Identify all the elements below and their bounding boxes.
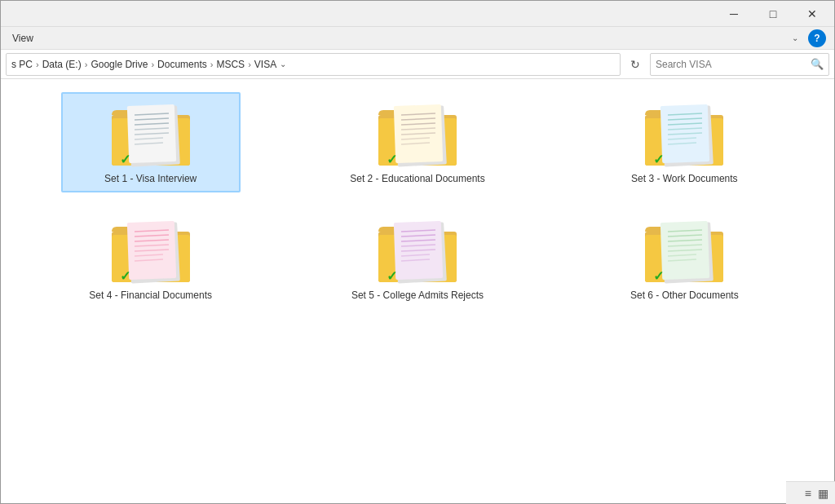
- search-input[interactable]: [656, 59, 807, 70]
- file-grid: ✓ Set 1 - Visa Interview: [1, 79, 834, 504]
- folder-icon: ✓: [110, 100, 192, 170]
- folder-item[interactable]: ✓ Set 4 - Financial Documents: [61, 209, 241, 309]
- breadcrumb-visa: VISA: [254, 59, 276, 70]
- folder-item[interactable]: ✓ Set 1 - Visa Interview: [61, 92, 241, 192]
- breadcrumb-chevron-icon[interactable]: ⌄: [280, 60, 286, 69]
- folder-label: Set 1 - Visa Interview: [104, 173, 197, 184]
- svg-text:✓: ✓: [387, 153, 397, 166]
- minimize-button[interactable]: ─: [715, 1, 753, 27]
- folder-item[interactable]: ✓ Set 3 - Work Documents: [594, 92, 774, 192]
- title-bar: ─ □ ✕: [1, 1, 834, 27]
- status-bar: ≡ ▦: [786, 481, 835, 504]
- folder-item[interactable]: ✓ Set 2 - Educational Documents: [328, 92, 507, 192]
- close-button[interactable]: ✕: [793, 1, 831, 27]
- svg-text:✓: ✓: [653, 153, 664, 166]
- breadcrumb-data: Data (E:): [42, 59, 82, 70]
- address-bar: s PC › Data (E:) › Google Drive › Docume…: [1, 50, 834, 79]
- svg-text:✓: ✓: [120, 269, 130, 283]
- svg-text:✓: ✓: [653, 269, 664, 283]
- window-controls: ─ □ ✕: [715, 1, 831, 27]
- main-content: ✓ Set 1 - Visa Interview: [1, 79, 834, 504]
- list-view-button[interactable]: ≡: [803, 485, 813, 502]
- refresh-button[interactable]: ↻: [624, 53, 647, 76]
- breadcrumb-pc: s PC: [11, 59, 33, 70]
- search-box: 🔍: [650, 53, 829, 76]
- breadcrumb-documents: Documents: [157, 59, 207, 70]
- menu-item-view[interactable]: View: [9, 31, 37, 46]
- folder-label: Set 3 - Work Documents: [631, 173, 738, 184]
- folder-icon: ✓: [110, 217, 192, 286]
- help-button[interactable]: ?: [808, 29, 826, 47]
- folder-icon: ✓: [643, 100, 725, 170]
- folder-item[interactable]: ✓ Set 5 - College Admits Rejects: [328, 209, 507, 309]
- folder-icon: ✓: [643, 217, 725, 286]
- expand-ribbon-button[interactable]: ⌄: [787, 30, 803, 46]
- folder-label: Set 6 - Other Documents: [630, 290, 739, 301]
- svg-text:✓: ✓: [387, 269, 397, 283]
- svg-text:✓: ✓: [120, 153, 130, 166]
- maximize-button[interactable]: □: [754, 1, 792, 27]
- detail-view-button[interactable]: ▦: [816, 485, 830, 502]
- breadcrumb[interactable]: s PC › Data (E:) › Google Drive › Docume…: [6, 53, 621, 76]
- folder-icon: ✓: [377, 100, 458, 170]
- breadcrumb-mscs: MSCS: [216, 59, 245, 70]
- folder-label: Set 2 - Educational Documents: [350, 173, 484, 184]
- search-icon[interactable]: 🔍: [811, 58, 824, 70]
- menu-bar: View ⌄ ?: [1, 27, 834, 50]
- folder-label: Set 5 - College Admits Rejects: [351, 290, 484, 301]
- folder-label: Set 4 - Financial Documents: [89, 290, 212, 301]
- breadcrumb-googledrive: Google Drive: [91, 59, 148, 70]
- folder-icon: ✓: [377, 217, 458, 286]
- menu-bar-right: ⌄ ?: [787, 29, 826, 47]
- folder-item[interactable]: ✓ Set 6 - Other Documents: [594, 209, 774, 309]
